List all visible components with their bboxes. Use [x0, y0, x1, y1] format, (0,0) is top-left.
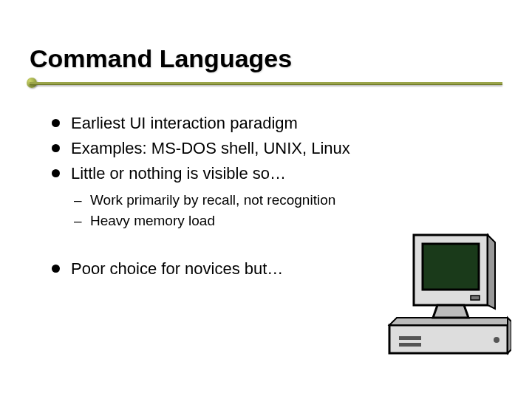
bullet-text: Earliest UI interaction paradigm	[71, 114, 298, 132]
svg-point-5	[494, 337, 499, 343]
bullet-list: Earliest UI interaction paradigm Example…	[30, 112, 502, 185]
svg-marker-2	[508, 318, 511, 353]
slide-title: Command Languages	[30, 44, 502, 73]
svg-rect-10	[471, 296, 480, 300]
bullet-text: Examples: MS-DOS shell, UNIX, Linux	[71, 139, 350, 157]
svg-rect-9	[423, 244, 479, 290]
sub-bullet-text: Work primarily by recall, not recognitio…	[90, 192, 335, 208]
sub-bullet-list: Work primarily by recall, not recognitio…	[30, 190, 502, 232]
bullet-item: Earliest UI interaction paradigm	[52, 112, 502, 135]
bullet-item: Little or nothing is visible so…	[52, 162, 502, 185]
sub-bullet-item: Work primarily by recall, not recognitio…	[74, 190, 502, 211]
bullet-item: Examples: MS-DOS shell, UNIX, Linux	[52, 137, 502, 160]
svg-marker-11	[433, 305, 468, 318]
computer-icon	[386, 229, 511, 358]
svg-rect-3	[399, 336, 421, 340]
sub-bullet-text: Heavy memory load	[90, 213, 215, 228]
slide: Command Languages Earliest UI interactio…	[0, 0, 532, 399]
bullet-text: Little or nothing is visible so…	[71, 164, 286, 183]
svg-marker-7	[488, 235, 495, 309]
bullet-text: Poor choice for novices but…	[71, 259, 283, 278]
underline-bar	[30, 82, 502, 85]
svg-rect-4	[399, 343, 421, 347]
title-underline	[30, 79, 502, 89]
